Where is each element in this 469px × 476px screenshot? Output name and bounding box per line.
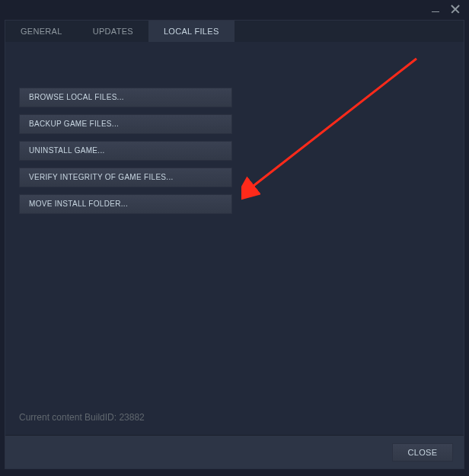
browse-local-files-button[interactable]: BROWSE LOCAL FILES... xyxy=(19,88,232,107)
tab-content-local-files: BROWSE LOCAL FILES... BACKUP GAME FILES.… xyxy=(5,42,464,214)
move-install-folder-button[interactable]: MOVE INSTALL FOLDER... xyxy=(19,194,232,214)
window-body: GENERAL UPDATES LOCAL FILES BROWSE LOCAL… xyxy=(5,20,464,469)
titlebar xyxy=(0,0,469,18)
close-button[interactable]: CLOSE xyxy=(392,443,453,462)
footer: CLOSE xyxy=(5,435,464,468)
tab-updates[interactable]: UPDATES xyxy=(78,21,148,42)
tab-general[interactable]: GENERAL xyxy=(5,21,78,42)
close-icon[interactable] xyxy=(449,3,461,15)
uninstall-game-button[interactable]: UNINSTALL GAME... xyxy=(19,141,232,161)
tab-local-files[interactable]: LOCAL FILES xyxy=(148,21,234,42)
tabs-bar: GENERAL UPDATES LOCAL FILES xyxy=(5,21,464,42)
verify-integrity-button[interactable]: VERIFY INTEGRITY OF GAME FILES... xyxy=(19,168,232,187)
build-id-label: Current content BuildID: 23882 xyxy=(19,412,145,423)
minimize-icon[interactable] xyxy=(429,3,442,15)
backup-game-files-button[interactable]: BACKUP GAME FILES... xyxy=(19,114,232,134)
